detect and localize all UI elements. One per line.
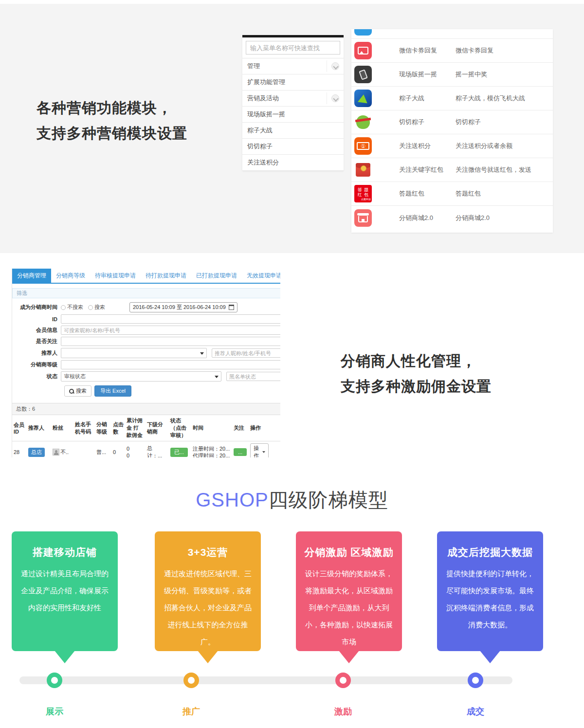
col-level: 分销等级 bbox=[95, 415, 111, 441]
feature-name: 关注关键字红包 bbox=[372, 165, 456, 174]
cell-time: 注册时间：20... 代理时间：20... bbox=[191, 441, 232, 458]
referrer-select[interactable] bbox=[61, 348, 207, 358]
referrer-input[interactable] bbox=[212, 348, 280, 358]
date-range-picker[interactable]: 2016-05-24 10:09 至 2016-06-24 10:09 bbox=[129, 302, 237, 312]
id-label: ID bbox=[12, 316, 61, 322]
distributor-table: 会员ID 推荐人 粉丝 姓名手机号码 分销等级 点击数 累计佣金 打款佣金 下级… bbox=[12, 415, 280, 457]
card-body: 提供快捷便利的订单转化，尽可能快的发展市场。最终沉积终端消费者信息，形成消费大数… bbox=[437, 559, 543, 633]
commission-paid: 0 bbox=[127, 452, 144, 457]
action-dropdown-button[interactable]: 操作 bbox=[250, 443, 269, 457]
radio-no-search[interactable]: 不搜索 bbox=[61, 304, 83, 311]
col-status: 状态（点击审核） bbox=[169, 415, 191, 441]
admin-menu-panel: 管理 扩展功能管理 营销及活动 现场版摇一摇 粽子大战 切切粽子 关注送积分 bbox=[242, 35, 344, 171]
calendar-icon[interactable] bbox=[229, 305, 234, 310]
divider bbox=[327, 60, 327, 72]
search-button[interactable]: 搜索 bbox=[64, 385, 91, 397]
tab-distributor-levels[interactable]: 分销商等级 bbox=[51, 269, 90, 283]
clipped-blue-icon bbox=[354, 29, 372, 36]
timeline-label-display: 展示 bbox=[35, 706, 74, 717]
admin-section-title: 分销商人性化管理， 支持多种激励佣金设置 bbox=[341, 348, 492, 399]
radio-icon[interactable] bbox=[88, 305, 93, 310]
model-section-title: GSHOP四级阶梯模型 bbox=[0, 487, 584, 513]
become-time-label: 成为分销商时间 bbox=[12, 304, 61, 311]
card-body: 通过设计精美且布局合理的企业及产品介绍，确保展示内容的实用性和友好性 bbox=[12, 559, 118, 616]
tab-invalid-withdrawals[interactable]: 无效提现申请 bbox=[242, 269, 280, 283]
feature-name: 关注送积分 bbox=[372, 142, 456, 150]
follow-input[interactable] bbox=[61, 337, 280, 346]
export-excel-button[interactable]: 导出 Excel bbox=[94, 385, 131, 397]
tab-pending-payment-withdrawals[interactable]: 待打款提现申请 bbox=[141, 269, 191, 283]
col-commission: 累计佣金 打款佣金 bbox=[125, 415, 146, 441]
marketing-title-line2: 支持多种营销模块设置 bbox=[36, 121, 187, 146]
marketing-section-title: 各种营销功能模块， 支持多种营销模块设置 bbox=[36, 95, 187, 146]
member-info-label: 会员信息 bbox=[12, 327, 61, 334]
admin-title-line1: 分销商人性化管理， bbox=[341, 348, 492, 374]
menu-item-shake[interactable]: 现场版摇一摇 bbox=[242, 107, 344, 123]
card-title: 搭建移动店铺 bbox=[12, 531, 118, 559]
col-referrer: 推荐人 bbox=[27, 415, 51, 441]
menu-item-marketing[interactable]: 营销及活动 bbox=[242, 91, 344, 107]
menu-search-row bbox=[242, 37, 344, 58]
feature-desc: 关注送积分或者余额 bbox=[456, 142, 553, 150]
divider bbox=[327, 92, 327, 104]
radio-label: 搜索 bbox=[94, 304, 105, 311]
menu-item-points[interactable]: 关注送积分 bbox=[242, 155, 344, 171]
points-icon bbox=[354, 137, 372, 155]
timeline-label-incentive: 激励 bbox=[324, 706, 363, 717]
feature-desc: 关注微信号就送红包，发送 bbox=[456, 165, 553, 174]
marketing-title-line1: 各种营销功能模块， bbox=[36, 95, 187, 121]
feature-row-partial bbox=[351, 29, 553, 39]
commission-total: 0 bbox=[127, 445, 144, 452]
feature-name: 粽子大战 bbox=[372, 94, 456, 103]
menu-search-input[interactable] bbox=[246, 41, 340, 55]
time-agent: 代理时间：20... bbox=[193, 452, 231, 457]
menu-item-label: 管理 bbox=[247, 62, 260, 70]
menu-item-zongzi-war[interactable]: 粽子大战 bbox=[242, 123, 344, 139]
feature-desc: 分销商城2.0 bbox=[456, 214, 553, 222]
id-input[interactable] bbox=[61, 314, 280, 324]
model-title-rest: 四级阶梯模型 bbox=[269, 489, 388, 510]
referrer-badge[interactable]: 总店 bbox=[28, 448, 45, 457]
member-info-input[interactable] bbox=[61, 326, 280, 335]
col-member-id: 会员ID bbox=[12, 415, 27, 441]
total-count-bar: 总数：6 bbox=[12, 403, 280, 415]
zongzi-cut-icon bbox=[354, 113, 372, 131]
tab-paid-withdrawals[interactable]: 已打款提现申请 bbox=[191, 269, 242, 283]
col-action: 操作 bbox=[249, 415, 270, 441]
follow-badge[interactable]: ... bbox=[234, 448, 247, 456]
menu-item-label: 粽子大战 bbox=[247, 127, 273, 134]
status-select[interactable]: 审核状态 bbox=[61, 371, 221, 382]
menu-item-manage[interactable]: 管理 bbox=[242, 58, 344, 74]
feature-desc: 微信卡券回复 bbox=[456, 46, 553, 55]
card-title: 分销激励 区域激励 bbox=[296, 531, 402, 559]
status-label: 状态 bbox=[12, 373, 61, 380]
tab-pending-review-withdrawals[interactable]: 待审核提现申请 bbox=[90, 269, 141, 283]
radio-search[interactable]: 搜索 bbox=[88, 304, 105, 311]
chevron-down-icon[interactable] bbox=[331, 94, 339, 102]
radio-icon[interactable] bbox=[61, 305, 66, 310]
level-input[interactable] bbox=[61, 360, 280, 369]
blacklist-status-input[interactable] bbox=[226, 372, 280, 381]
referrer-label: 推荐人 bbox=[12, 349, 61, 357]
card-title: 成交后挖掘大数据 bbox=[437, 531, 543, 559]
feature-name: 现场版摇一摇 bbox=[372, 70, 456, 79]
status-badge[interactable]: 已... bbox=[170, 448, 188, 457]
level-label: 分销商等级 bbox=[12, 361, 61, 368]
menu-item-zongzi-cut[interactable]: 切切粽子 bbox=[242, 139, 344, 155]
col-sub-distributors: 下级分销商 bbox=[146, 415, 169, 441]
feature-desc: 答题红包 bbox=[456, 189, 553, 198]
feature-row: 关注关键字红包 关注微信号就送红包，发送 bbox=[351, 158, 553, 182]
cell-name-phone bbox=[73, 441, 95, 458]
timeline-dot-display bbox=[47, 673, 62, 688]
search-icon bbox=[69, 389, 74, 394]
zongzi-war-icon bbox=[354, 90, 372, 107]
step-card-operation: 3+3运营 通过改进传统区域代理、三级分销、晋级奖励等，或者招募合伙人，对企业及… bbox=[155, 531, 261, 651]
cell-commission: 0 0 bbox=[125, 441, 146, 458]
chevron-down-icon[interactable] bbox=[331, 62, 339, 70]
col-filler bbox=[270, 415, 280, 441]
menu-item-extensions[interactable]: 扩展功能管理 bbox=[242, 74, 344, 91]
menu-item-label: 切切粽子 bbox=[247, 143, 273, 150]
feature-row: 答题 红包 众惠科技 答题红包 答题红包 bbox=[351, 182, 553, 206]
tab-distributor-management[interactable]: 分销商管理 bbox=[12, 269, 51, 283]
feature-row: 微信卡券回复 微信卡券回复 bbox=[351, 39, 553, 63]
